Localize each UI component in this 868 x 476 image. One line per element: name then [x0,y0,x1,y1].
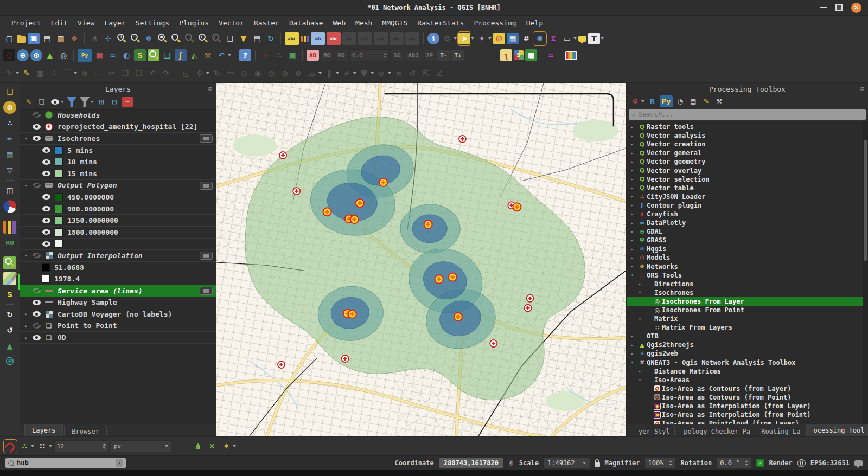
locator-input[interactable]: hub ✕ [5,458,126,468]
options-wrench-button[interactable]: ⚒ [714,96,725,107]
qgis2threejs-button[interactable]: ▲ [44,49,56,61]
menu-processing[interactable]: Processing [469,18,521,28]
messages-icon[interactable] [854,460,863,466]
magnifier-spin[interactable]: 100% [645,458,676,468]
layer-row-5-mins[interactable]: 5 mins [20,145,216,157]
menu-vector[interactable]: Vector [214,18,249,28]
undock-icon[interactable]: ⧉ [860,85,864,92]
visibility-toggle[interactable] [42,218,50,223]
visibility-toggle[interactable] [33,300,41,305]
add-delimited-text-layer-button[interactable]: ✒ [3,132,16,145]
algorithm-row-raster-tools[interactable]: ▸QRaster tools [627,123,868,131]
manage-map-themes-button[interactable] [49,97,60,107]
map-tips-button[interactable] [578,36,586,42]
hqgis-plugin-button[interactable]: HQ [3,236,16,249]
undo-history-button[interactable]: ↺ [3,324,16,337]
menu-help[interactable]: Help [521,18,548,28]
hospital-marker[interactable] [424,220,432,228]
visibility-toggle[interactable] [33,136,41,141]
pan-to-selection-button[interactable]: ✢ [102,33,114,44]
layer-row-highway-sample[interactable]: Highway Sample [20,297,216,309]
algorithm-row-qgis2web[interactable]: ▸✳qgis2web [627,349,868,358]
algorithm-row-iso-area-as-pointcloud-from-layer[interactable]: Iso-Area as Pointcloud (from Layer) [627,419,868,424]
algorithm-row-vector-creation[interactable]: ▸QVector creation [627,140,868,149]
algorithm-row-isochrones[interactable]: ▾Isochrones [627,288,868,297]
coordinate-field[interactable]: 288743,1617820 [439,458,503,468]
t-minus-button-button[interactable]: T- [437,50,450,61]
spline-plugin-button[interactable]: ʅ [500,49,512,61]
algorithm-row-vector-geometry[interactable]: ▸QVector geometry [627,157,868,166]
vertex-tool-button[interactable]: ∴ [273,49,285,61]
add-group-button[interactable]: ❏ [36,97,47,107]
change-label-button[interactable]: abc [374,32,388,45]
hospital-marker[interactable] [454,313,462,321]
dock-tab-ocessing-tool[interactable]: ocessing Tool [806,424,868,436]
simplify-feature-button[interactable]: 〜 [225,67,237,79]
terrain-plugin-button[interactable]: ◭ [188,49,200,61]
lock-scale-icon[interactable] [595,462,600,467]
zoom-native-button[interactable] [183,33,195,44]
expander-icon[interactable]: ▸ [631,238,637,243]
t-plus-button-button[interactable]: T+ [451,50,464,61]
zoom-in-button[interactable]: + [116,33,127,44]
layer-row-output-interpolation[interactable]: ▾Output Interpolation [20,250,216,262]
dropdown-caret[interactable] [318,72,322,74]
self-snapping-button[interactable]: ✶ [220,440,232,452]
layer-row-isochrones[interactable]: ▾Isochrones [20,133,216,145]
move-label-button[interactable]: ab [342,32,356,45]
enable-snapping-button[interactable] [4,440,16,452]
expander-icon[interactable]: ▸ [23,323,30,329]
layer-row-households[interactable]: Households [20,110,216,121]
menu-web[interactable]: Web [328,18,350,28]
expander-icon[interactable]: ▾ [639,317,645,321]
algorithm-row-dataplotly[interactable]: ▸≈DataPlotly [627,218,868,227]
append-features-button[interactable]: ▦ [525,49,537,61]
python-console-button[interactable]: Py [78,49,92,62]
pat-plugin-button[interactable]: Ⓟ [3,355,16,368]
dropdown-caret[interactable] [488,37,492,40]
zoom-next-button[interactable]: › [210,33,222,44]
field-calculator-button[interactable]: # [520,33,532,44]
algorithm-row-iso-area-as-interpolation-from-layer[interactable]: Iso-Area as Interpolation (from Layer) [627,402,868,410]
ro-button-button[interactable]: RO [335,50,348,61]
gps-tools-button[interactable]: ◫ [3,184,16,197]
layer-row-point-to-point[interactable]: ▸❏Point to Point [20,320,216,332]
clinic-marker[interactable] [525,305,532,312]
angle-spin-button[interactable]: 0.0 [349,49,390,61]
highlight-labels-button[interactable]: abc [327,32,341,45]
clinic-marker[interactable] [527,295,534,302]
dropdown-caret[interactable] [573,37,577,40]
layer-row-900-0000000[interactable]: 900.0000000 [20,203,216,215]
copy-features-button[interactable]: ❐ [119,67,131,79]
select-features-button[interactable]: ➤ [458,33,470,44]
expander-icon[interactable]: ▾ [631,273,637,278]
qgis-hub-button[interactable]: ❑ [161,49,173,61]
expander-icon[interactable]: ▸ [631,247,637,252]
zoom-full-extent-button[interactable]: ❖ [143,33,155,44]
dropdown-caret[interactable] [601,37,604,40]
layer-row-output-polygon[interactable]: ▾Output Polygon [20,180,216,192]
reload-plugin-button[interactable]: ↻ [3,308,16,321]
split-parts-button[interactable]: Ψ [358,67,370,79]
quickmapservices-button[interactable] [3,272,16,285]
close-button[interactable]: ✕ [851,3,861,13]
menu-settings[interactable]: Settings [131,18,175,28]
expander-icon[interactable]: ▸ [639,281,645,286]
redo-edits-button[interactable]: ↷ [160,67,172,79]
topological-editing-button[interactable]: ⋔ [192,440,204,452]
delete-part-button[interactable]: ⊗ [292,67,304,79]
clinic-marker[interactable] [459,136,466,143]
clinic-marker[interactable] [490,340,497,347]
dropdown-caret[interactable] [61,101,64,103]
osm-place-search-button[interactable] [3,256,16,269]
expander-icon[interactable]: ▸ [23,311,30,317]
menu-layer[interactable]: Layer [99,18,130,28]
open-layer-styling-button[interactable]: ✎ [23,97,34,107]
layer-row-450-0000000[interactable]: 450.0000000 [20,191,216,203]
dataplotly-panel-button[interactable] [3,221,16,234]
algorithm-row-directions[interactable]: ▸Directions [627,280,868,288]
clinic-marker[interactable] [293,188,300,195]
save-layer-edits-button[interactable]: ▣ [34,67,46,79]
digitize-with-curve-button[interactable]: ⌒ [61,67,73,79]
algorithm-row-matrix[interactable]: ▾Matrix [627,314,868,323]
